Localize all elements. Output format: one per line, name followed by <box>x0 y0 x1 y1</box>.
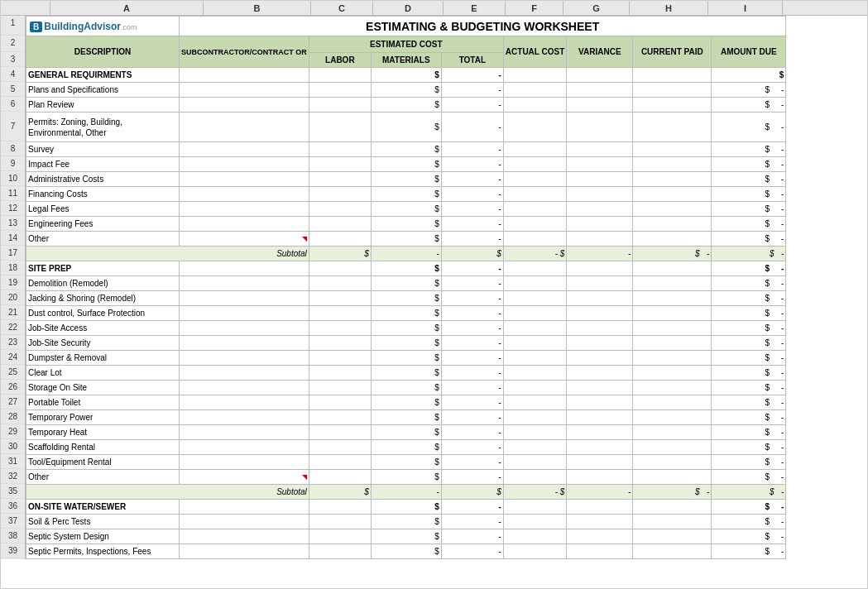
general-req-g[interactable] <box>567 68 633 83</box>
job-security-c[interactable] <box>309 336 371 351</box>
portable-toilet-label[interactable]: Portable Toilet <box>26 395 180 410</box>
other-gen-b[interactable] <box>180 232 309 247</box>
tool-rental-h[interactable] <box>633 455 712 470</box>
site-prep-h[interactable] <box>633 261 712 276</box>
other-site-f[interactable] <box>503 470 566 485</box>
dust-control-f[interactable] <box>503 306 566 321</box>
water-sewer-c[interactable] <box>309 500 371 515</box>
job-access-label[interactable]: Job-Site Access <box>26 321 180 336</box>
financing-c[interactable] <box>309 187 371 202</box>
septic-design-h[interactable] <box>633 529 712 544</box>
permits-b[interactable] <box>180 113 309 142</box>
temp-power-b[interactable] <box>180 410 309 425</box>
permits-h[interactable] <box>633 113 712 142</box>
general-req-f[interactable] <box>503 68 566 83</box>
tool-rental-label[interactable]: Tool/Equipment Rental <box>26 455 180 470</box>
job-security-b[interactable] <box>180 336 309 351</box>
admin-costs-b[interactable] <box>180 172 309 187</box>
plans-c[interactable] <box>309 83 371 98</box>
financing-f[interactable] <box>503 187 566 202</box>
dumpster-g[interactable] <box>567 351 633 366</box>
dust-control-c[interactable] <box>309 306 371 321</box>
septic-design-g[interactable] <box>567 529 633 544</box>
tool-rental-f[interactable] <box>503 455 566 470</box>
dumpster-f[interactable] <box>503 351 566 366</box>
clear-lot-b[interactable] <box>180 366 309 381</box>
soil-perc-c[interactable] <box>309 515 371 529</box>
survey-f[interactable] <box>503 142 566 157</box>
portable-toilet-h[interactable] <box>633 395 712 410</box>
site-prep-f[interactable] <box>503 261 566 276</box>
impact-fee-label[interactable]: Impact Fee <box>26 157 180 172</box>
temp-heat-b[interactable] <box>180 425 309 440</box>
survey-c[interactable] <box>309 142 371 157</box>
site-prep-g[interactable] <box>567 261 633 276</box>
financing-h[interactable] <box>633 187 712 202</box>
other-site-c[interactable] <box>309 470 371 485</box>
jacking-h[interactable] <box>633 291 712 306</box>
demolition-f[interactable] <box>503 276 566 291</box>
other-gen-f[interactable] <box>503 232 566 247</box>
soil-perc-label[interactable]: Soil & Perc Tests <box>26 515 180 529</box>
col-header-G[interactable]: G <box>563 1 630 15</box>
demolition-label[interactable]: Demolition (Remodel) <box>26 276 180 291</box>
temp-heat-h[interactable] <box>633 425 712 440</box>
plan-review-label[interactable]: Plan Review <box>26 98 180 113</box>
plan-review-b[interactable] <box>180 98 309 113</box>
water-sewer-g[interactable] <box>567 500 633 515</box>
jacking-f[interactable] <box>503 291 566 306</box>
other-site-g[interactable] <box>567 470 633 485</box>
water-sewer-h[interactable] <box>633 500 712 515</box>
admin-costs-g[interactable] <box>567 172 633 187</box>
legal-fees-b[interactable] <box>180 202 309 217</box>
admin-costs-label[interactable]: Administrative Costs <box>26 172 180 187</box>
scaffolding-c[interactable] <box>309 440 371 455</box>
survey-g[interactable] <box>567 142 633 157</box>
job-security-g[interactable] <box>567 336 633 351</box>
other-gen-g[interactable] <box>567 232 633 247</box>
admin-costs-h[interactable] <box>633 172 712 187</box>
financing-label[interactable]: Financing Costs <box>26 187 180 202</box>
demolition-h[interactable] <box>633 276 712 291</box>
septic-design-b[interactable] <box>180 529 309 544</box>
col-header-I[interactable]: I <box>708 1 783 15</box>
dust-control-label[interactable]: Dust control, Surface Protection <box>26 306 180 321</box>
site-prep-c[interactable] <box>309 261 371 276</box>
job-access-b[interactable] <box>180 321 309 336</box>
dumpster-b[interactable] <box>180 351 309 366</box>
col-header-B[interactable]: B <box>204 1 311 15</box>
col-header-D[interactable]: D <box>373 1 444 15</box>
water-sewer-label[interactable]: ON-SITE WATER/SEWER <box>26 500 180 515</box>
temp-heat-label[interactable]: Temporary Heat <box>26 425 180 440</box>
scaffolding-b[interactable] <box>180 440 309 455</box>
storage-f[interactable] <box>503 381 566 395</box>
scaffolding-h[interactable] <box>633 440 712 455</box>
temp-heat-f[interactable] <box>503 425 566 440</box>
job-access-c[interactable] <box>309 321 371 336</box>
scaffolding-f[interactable] <box>503 440 566 455</box>
survey-b[interactable] <box>180 142 309 157</box>
other-site-label[interactable]: Other <box>26 470 180 485</box>
general-req-c[interactable] <box>309 68 371 83</box>
septic-permits-g[interactable] <box>567 544 633 559</box>
legal-fees-g[interactable] <box>567 202 633 217</box>
jacking-g[interactable] <box>567 291 633 306</box>
septic-permits-f[interactable] <box>503 544 566 559</box>
soil-perc-b[interactable] <box>180 515 309 529</box>
water-sewer-b[interactable] <box>180 500 309 515</box>
tool-rental-c[interactable] <box>309 455 371 470</box>
plan-review-h[interactable] <box>633 98 712 113</box>
plans-b[interactable] <box>180 83 309 98</box>
dumpster-c[interactable] <box>309 351 371 366</box>
impact-fee-g[interactable] <box>567 157 633 172</box>
engineering-fees-g[interactable] <box>567 217 633 232</box>
financing-g[interactable] <box>567 187 633 202</box>
legal-fees-label[interactable]: Legal Fees <box>26 202 180 217</box>
septic-permits-label[interactable]: Septic Permits, Inspections, Fees <box>26 544 180 559</box>
other-gen-h[interactable] <box>633 232 712 247</box>
demolition-b[interactable] <box>180 276 309 291</box>
portable-toilet-f[interactable] <box>503 395 566 410</box>
temp-heat-c[interactable] <box>309 425 371 440</box>
temp-power-label[interactable]: Temporary Power <box>26 410 180 425</box>
survey-h[interactable] <box>633 142 712 157</box>
